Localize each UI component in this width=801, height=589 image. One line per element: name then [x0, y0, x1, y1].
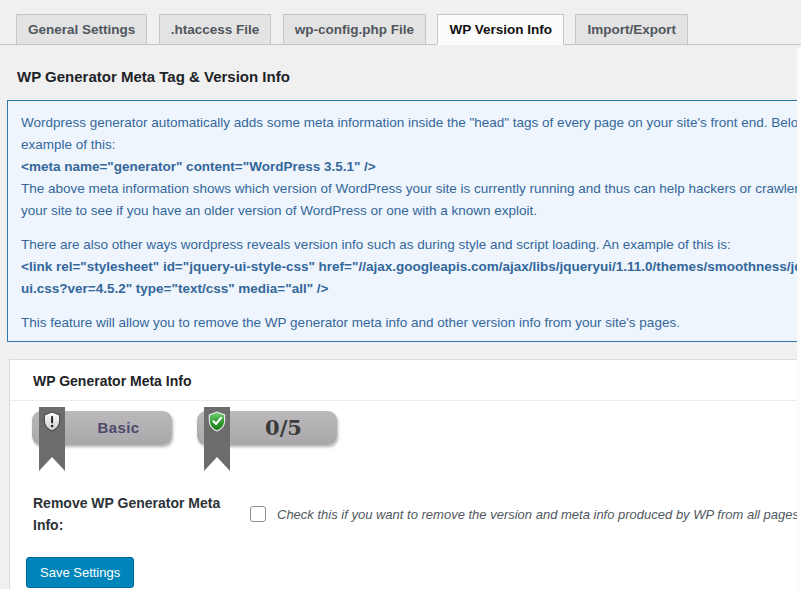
- info-box: Wordpress generator automatically adds s…: [7, 100, 801, 342]
- info-line-spacer: [21, 222, 801, 234]
- wp-generator-meta-info-panel: WP Generator Meta Info Basic: [9, 359, 801, 589]
- viewport-edge-strip: [797, 48, 801, 589]
- page-title: WP Generator Meta Tag & Version Info: [17, 68, 801, 85]
- badge-ribbon: [204, 407, 230, 471]
- panel-title: WP Generator Meta Info: [10, 360, 801, 401]
- remove-meta-label: Remove WP Generator Meta Info:: [33, 493, 235, 536]
- tab-bar: General Settings .htaccess File wp-confi…: [0, 0, 801, 45]
- code-line: ui.css?ver=4.5.2" type="text/css" media=…: [21, 278, 801, 300]
- badge-ribbon: [39, 407, 65, 471]
- remove-meta-checkbox[interactable]: [250, 506, 266, 522]
- code-line: <link rel="stylesheet" id="jquery-ui-sty…: [21, 256, 801, 278]
- security-level-label: Basic: [65, 411, 172, 445]
- security-level-badge: Basic: [32, 411, 172, 445]
- security-score-label: 0/5: [230, 411, 337, 445]
- security-badges: Basic 0/5: [32, 411, 801, 445]
- info-line-spacer: [21, 300, 801, 312]
- tab-import-export[interactable]: Import/Export: [575, 14, 688, 45]
- security-score-badge: 0/5: [197, 411, 337, 445]
- tab-wp-version-info[interactable]: WP Version Info: [437, 14, 564, 45]
- save-settings-button[interactable]: Save Settings: [26, 557, 134, 588]
- check-shield-icon: [208, 411, 226, 432]
- tab-htaccess-file[interactable]: .htaccess File: [159, 14, 272, 45]
- info-line: Wordpress generator automatically adds s…: [21, 112, 801, 134]
- remove-meta-description: Check this if you want to remove the ver…: [277, 506, 799, 523]
- remove-meta-control: Check this if you want to remove the ver…: [250, 506, 799, 536]
- info-line: There are also other ways wordpress reve…: [21, 234, 801, 256]
- tab-general-settings[interactable]: General Settings: [16, 14, 147, 45]
- info-line: This feature will allow you to remove th…: [21, 312, 801, 334]
- remove-meta-setting-row: Remove WP Generator Meta Info: Check thi…: [33, 493, 801, 536]
- exclamation-shield-icon: [43, 411, 61, 432]
- code-line: <meta name="generator" content="WordPres…: [21, 156, 801, 178]
- info-line: The above meta information shows which v…: [21, 178, 801, 200]
- info-line: your site to see if you have an older ve…: [21, 200, 801, 222]
- tab-wp-config-file[interactable]: wp-config.php File: [283, 14, 426, 45]
- info-line: example of this:: [21, 134, 801, 156]
